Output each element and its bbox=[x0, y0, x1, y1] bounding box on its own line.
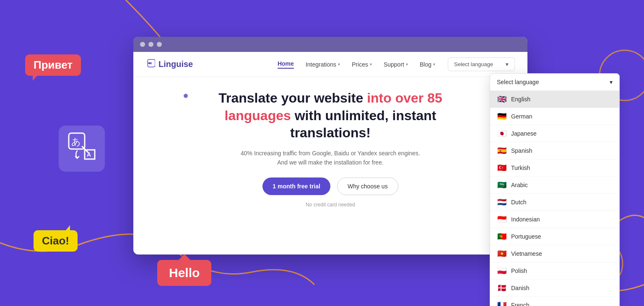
flag-icon-english: 🇬🇧 bbox=[497, 95, 507, 104]
language-selector-label: Select language bbox=[454, 61, 493, 67]
chevron-down-icon: ▾ bbox=[433, 62, 435, 67]
language-dropdown: Select language ▾ 🇬🇧 English 🇩🇪 German 🇯… bbox=[490, 73, 620, 306]
chevron-down-icon: ▾ bbox=[506, 61, 509, 67]
language-option-arabic[interactable]: 🇸🇦 Arabic bbox=[490, 177, 619, 194]
hero-dot bbox=[184, 94, 188, 98]
language-option-german[interactable]: 🇩🇪 German bbox=[490, 108, 619, 125]
nav-integrations[interactable]: Integrations ▾ bbox=[306, 61, 340, 68]
flag-icon-danish: 🇩🇰 bbox=[497, 283, 507, 293]
language-option-portuguese[interactable]: 🇵🇹 Portuguese bbox=[490, 228, 619, 245]
greeting-hello: Hello bbox=[157, 260, 211, 286]
language-label-portuguese: Portuguese bbox=[511, 233, 541, 240]
language-label-arabic: Arabic bbox=[511, 182, 528, 188]
flag-icon-vietnamese: 🇻🇳 bbox=[497, 249, 507, 258]
trial-button[interactable]: 1 month free trial bbox=[262, 177, 330, 195]
hero-headline-part2: with unlimited, instant translations! bbox=[290, 108, 436, 141]
nav-links: Home Integrations ▾ Prices ▾ Support ▾ B… bbox=[278, 60, 435, 69]
language-label-japanese: Japanese bbox=[511, 130, 537, 137]
browser-titlebar bbox=[133, 37, 527, 52]
language-option-polish[interactable]: 🇵🇱 Polish bbox=[490, 262, 619, 280]
greeting-ciao: Ciao! bbox=[34, 230, 78, 252]
language-option-indonesian[interactable]: 🇮🇩 Indonesian bbox=[490, 211, 619, 228]
language-option-dutch[interactable]: 🇳🇱 Dutch bbox=[490, 194, 619, 211]
hero-headline-part1: Translate your website bbox=[218, 90, 367, 105]
language-selector-button[interactable]: Select language ▾ bbox=[448, 57, 515, 71]
chevron-down-icon: ▾ bbox=[370, 62, 372, 67]
flag-icon-german: 🇩🇪 bbox=[497, 112, 507, 121]
language-dropdown-header: Select language ▾ bbox=[490, 74, 619, 91]
translate-icon: あ A bbox=[67, 131, 96, 166]
flag-icon-arabic: 🇸🇦 bbox=[497, 180, 507, 190]
language-label-french: French bbox=[511, 302, 530, 306]
nav-home[interactable]: Home bbox=[278, 60, 294, 69]
logo-text: Linguise bbox=[158, 59, 193, 69]
language-option-vietnamese[interactable]: 🇻🇳 Vietnamese bbox=[490, 245, 619, 262]
language-label-german: German bbox=[511, 113, 532, 120]
flag-icon-turkish: 🇹🇷 bbox=[497, 163, 507, 172]
browser-dot-1 bbox=[140, 42, 145, 47]
language-label-indonesian: Indonesian bbox=[511, 216, 540, 223]
flag-icon-dutch: 🇳🇱 bbox=[497, 198, 507, 207]
language-label-english: English bbox=[511, 96, 530, 103]
browser-dot-3 bbox=[157, 42, 162, 47]
language-selector-wrapper: Select language ▾ Select language ▾ 🇬🇧 E… bbox=[448, 57, 515, 71]
hero-headline: Translate your website into over 85 lang… bbox=[205, 90, 456, 142]
chevron-down-icon: ▾ bbox=[406, 62, 408, 67]
flag-icon-indonesian: 🇮🇩 bbox=[497, 215, 507, 224]
flag-icon-polish: 🇵🇱 bbox=[497, 266, 507, 275]
hero-section: Translate your website into over 85 lang… bbox=[133, 77, 527, 216]
nav-support[interactable]: Support ▾ bbox=[384, 61, 408, 68]
greeting-privet: Привет bbox=[25, 54, 81, 76]
language-label-vietnamese: Vietnamese bbox=[511, 250, 542, 257]
flag-icon-japanese: 🇯🇵 bbox=[497, 129, 507, 138]
flag-icon-french: 🇫🇷 bbox=[497, 301, 507, 306]
language-option-english[interactable]: 🇬🇧 English bbox=[490, 91, 619, 108]
svg-text:あ: あ bbox=[71, 136, 81, 147]
language-option-spanish[interactable]: 🇪🇸 Spanish bbox=[490, 142, 619, 159]
why-choose-us-button[interactable]: Why choose us bbox=[337, 177, 398, 195]
flag-icon-spanish: 🇪🇸 bbox=[497, 146, 507, 155]
navbar: Linguise Home Integrations ▾ Prices ▾ Su… bbox=[133, 52, 527, 77]
no-credit-text: No credit card needed bbox=[146, 202, 515, 208]
chevron-down-icon: ▾ bbox=[610, 79, 613, 85]
language-label-dutch: Dutch bbox=[511, 199, 527, 206]
language-label-turkish: Turkish bbox=[511, 165, 530, 171]
nav-blog[interactable]: Blog ▾ bbox=[420, 61, 435, 68]
translate-icon-box: あ A bbox=[59, 126, 105, 172]
browser-dot-2 bbox=[148, 42, 153, 47]
logo: Linguise bbox=[146, 59, 193, 70]
language-label-spanish: Spanish bbox=[511, 147, 532, 154]
language-option-japanese[interactable]: 🇯🇵 Japanese bbox=[490, 125, 619, 142]
language-option-danish[interactable]: 🇩🇰 Danish bbox=[490, 280, 619, 297]
nav-prices[interactable]: Prices ▾ bbox=[352, 61, 372, 68]
svg-text:A: A bbox=[87, 151, 91, 158]
language-label-polish: Polish bbox=[511, 267, 527, 274]
hero-buttons: 1 month free trial Why choose us bbox=[146, 177, 515, 195]
logo-icon bbox=[146, 59, 155, 70]
hero-subtitle: 40% Increasing traffic from Google, Baid… bbox=[146, 149, 515, 167]
language-option-turkish[interactable]: 🇹🇷 Turkish bbox=[490, 159, 619, 177]
browser-window: Linguise Home Integrations ▾ Prices ▾ Su… bbox=[133, 37, 527, 255]
svg-point-5 bbox=[148, 62, 151, 64]
chevron-down-icon: ▾ bbox=[338, 62, 340, 67]
flag-icon-portuguese: 🇵🇹 bbox=[497, 232, 507, 241]
language-option-french[interactable]: 🇫🇷 French bbox=[490, 297, 619, 306]
language-label-danish: Danish bbox=[511, 285, 530, 291]
